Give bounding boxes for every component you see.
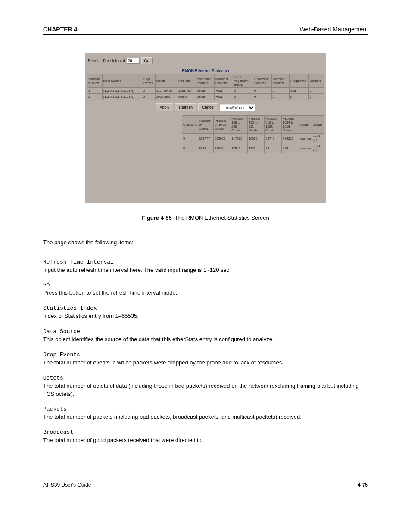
table-row: 1{1.3.6.1.2.1.2.2.1.1.4}0517429464128144… — [87, 88, 324, 94]
table-cell: 4902 — [247, 143, 265, 153]
table-row: 080183968117843490282474monitorvalid (1) — [182, 143, 324, 153]
column-header: Packets 64 Octets — [198, 116, 214, 134]
table-cell: {1.3.6.1.2.1.2.2.1.1.5} — [102, 94, 142, 100]
column-header: Multicast Packets — [214, 74, 233, 88]
param-desc: This object identifies the source of the… — [43, 336, 368, 344]
table-cell: 474 — [282, 143, 299, 153]
panel-title: RMON Ethernet Statistics — [87, 67, 324, 74]
column-header: Status — [312, 116, 324, 134]
table-cell: 36002 — [247, 134, 265, 143]
column-header: Jabbers — [309, 74, 324, 88]
column-header: Fragments — [290, 74, 309, 88]
param-desc: The total number of good packets receive… — [43, 436, 368, 445]
refresh-button[interactable]: Refresh — [175, 103, 196, 111]
table-cell: 117075 — [230, 134, 248, 143]
column-header: Packets 512 to 1023 Octets — [265, 116, 282, 134]
param-term: Octets — [43, 375, 368, 381]
figure-number: Figure 4-55 — [142, 215, 171, 221]
table-cell: 361777 — [198, 134, 214, 143]
column-header: Data Source — [102, 74, 142, 88]
column-header: Oversize Packets — [272, 74, 290, 88]
figure-caption: Figure 4-55 The RMON Ethernet Statistics… — [43, 215, 368, 221]
column-header: Octets — [155, 74, 177, 88]
column-header: Packets 256 to 511 Octets — [247, 116, 265, 134]
statistics-table-continued: CollisionsPackets 64 OctetsPackets 64 to… — [182, 115, 324, 153]
chapter-header: CHAPTER 4 Web-Based Management — [43, 26, 368, 35]
button-row: Apply Refresh Cancel autoRefresh — [87, 100, 324, 115]
table-cell: 0 — [309, 88, 324, 94]
table-cell: monitor — [299, 143, 312, 153]
column-header: Packets — [177, 74, 196, 88]
intro-text: The page shows the following items: — [43, 238, 368, 247]
table-cell: 0 — [290, 94, 309, 100]
table-cell: 0 — [272, 94, 290, 100]
param-term: Broadcast — [43, 429, 368, 436]
param-desc: Press this button to set the refresh tim… — [43, 289, 368, 297]
column-header: Drop Events — [142, 74, 155, 88]
refresh-label: Refresh Time Interval — [88, 59, 125, 63]
chapter-label: CHAPTER 4 — [43, 26, 77, 33]
table-cell: 53089 — [196, 94, 214, 100]
table-cell: 7031 — [214, 94, 233, 100]
page-number: 4-75 — [358, 482, 368, 488]
column-header: Broadcast Packets — [196, 74, 214, 88]
table-cell: 10060601 — [155, 94, 177, 100]
param-term: Drop Events — [43, 352, 368, 358]
param-desc: The total number of octets of data (incl… — [43, 382, 368, 398]
page-footer: AT-S39 User's Guide 4-75 — [43, 479, 368, 488]
table-row: 2{1.3.6.1.2.1.2.2.1.1.5}0100606016085953… — [87, 94, 324, 100]
table-cell: 0 — [253, 88, 272, 94]
table-cell: 0 — [142, 94, 155, 100]
param-term: Statistics Index — [43, 305, 368, 311]
table-row: 53617775836291170753600253741274213monit… — [182, 134, 324, 143]
table-cell: 583629 — [214, 134, 230, 143]
figure-caption-text: The RMON Ethernet Statistics Screen — [175, 215, 269, 221]
table-cell: 0 — [142, 88, 155, 94]
chapter-section: Web-Based Management — [300, 26, 368, 33]
param-desc: Input the auto refresh time interval her… — [43, 266, 368, 274]
param-term: Go — [43, 282, 368, 288]
table-cell: 517429464 — [155, 88, 177, 94]
table-cell: 17843 — [230, 143, 248, 153]
table-cell: 0 — [233, 94, 253, 100]
go-button[interactable]: Go — [141, 57, 153, 64]
param-desc: The total number of packets (including b… — [43, 413, 368, 421]
parameter-list: Refresh Time IntervalInput the auto refr… — [43, 259, 368, 445]
rmon-statistics-panel: Refresh Time Interval Go RMON Ethernet S… — [85, 53, 326, 203]
statistics-table: Statistics IndexData SourceDrop EventsOc… — [87, 74, 324, 100]
table-cell: 2 — [87, 94, 103, 100]
column-header: CRC Alignment Errors — [233, 74, 253, 88]
column-header: Owner — [299, 116, 312, 134]
param-desc: The total number of events in which pack… — [43, 359, 368, 367]
table-cell: 7031 — [214, 88, 233, 94]
param-term: Packets — [43, 406, 368, 412]
refresh-mode-select[interactable]: autoRefresh — [220, 104, 255, 111]
table-cell: 53086 — [196, 88, 214, 94]
column-header: Packets 64 to 127 Octets — [214, 116, 230, 134]
param-term: Data Source — [43, 328, 368, 335]
table-cell: 274213 — [282, 134, 299, 143]
table-cell: valid (1) — [312, 143, 324, 153]
table-cell: 82 — [265, 143, 282, 153]
footer-title: AT-S39 User's Guide — [43, 482, 91, 488]
table-cell: 0 — [272, 88, 290, 94]
table-cell: 5 — [182, 134, 198, 143]
table-cell: 0 — [233, 88, 253, 94]
table-cell: 0 — [253, 94, 272, 100]
table-cell: 1281448 — [177, 88, 196, 94]
column-header: Packets 128 to 255 Octets — [230, 116, 248, 134]
column-header: Collisions — [182, 116, 198, 134]
refresh-bar: Refresh Time Interval Go — [87, 56, 324, 67]
table-cell: monitor — [299, 134, 312, 143]
figure-divider — [85, 208, 326, 212]
table-cell: 0 — [182, 143, 198, 153]
table-cell: 0 — [309, 94, 324, 100]
cancel-button[interactable]: Cancel — [198, 103, 218, 111]
apply-button[interactable]: Apply — [156, 103, 174, 111]
table-cell: 928 — [290, 88, 309, 94]
column-header: Packets 1024 to 1518 Octets — [282, 116, 299, 134]
figure-screenshot: Refresh Time Interval Go RMON Ethernet S… — [85, 53, 326, 203]
table-cell: 53741 — [265, 134, 282, 143]
table-cell: valid (1) — [312, 134, 324, 143]
refresh-interval-input[interactable] — [127, 58, 140, 64]
